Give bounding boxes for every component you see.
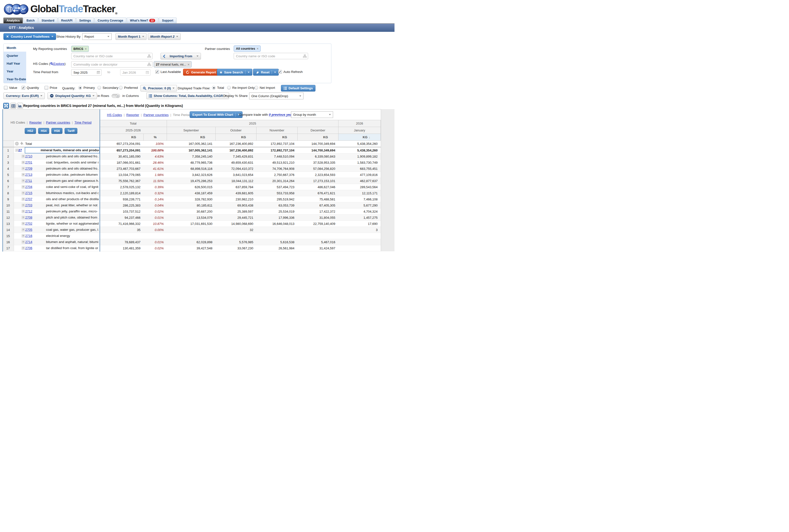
flow-net-import-radio[interactable] [254, 86, 258, 90]
period-tab-month[interactable]: Month [4, 44, 26, 52]
precision-button[interactable]: Precision: 0 (0) [140, 85, 177, 92]
period-tab-year[interactable]: Year [4, 67, 26, 75]
partner-country-chip[interactable]: All countries× [234, 45, 261, 52]
export-excel-button[interactable]: Export To Excel With Chart [190, 111, 243, 118]
tab-standard[interactable]: Standard [38, 18, 58, 23]
calendar-icon[interactable] [97, 71, 100, 74]
unit-header-cell[interactable]: KG [297, 134, 339, 141]
expand-toggle[interactable]: + [21, 234, 25, 238]
flow-reimport-radio[interactable] [227, 86, 231, 90]
reporting-country-chip[interactable]: BRICS× [71, 46, 89, 52]
rows-columns-toggle[interactable] [112, 94, 120, 98]
preferred-radio[interactable] [119, 86, 122, 90]
remove-chip-icon[interactable]: × [257, 47, 259, 51]
chevron-down-icon[interactable] [248, 72, 250, 73]
unit-header-cell[interactable]: KG [100, 134, 143, 141]
close-icon[interactable]: ✕ [6, 35, 9, 38]
hs-level-button-hs6[interactable]: HS6 [52, 128, 62, 134]
group-by-select[interactable]: Group by month [291, 111, 333, 118]
calendar-icon[interactable] [146, 71, 149, 74]
hs-code-link[interactable]: 2708 [25, 215, 32, 219]
hs-code-link[interactable]: 27 [18, 148, 22, 152]
period-tab-quarter[interactable]: Quarter [4, 52, 26, 59]
hs-code-link[interactable]: 2702 [25, 222, 32, 225]
generate-report-button[interactable]: Generate Report [183, 69, 219, 76]
expand-toggle[interactable]: + [21, 197, 25, 201]
default-settings-button[interactable]: Default Settings [281, 85, 315, 92]
month-report-2-button[interactable]: Month Report 2 [148, 33, 180, 40]
unit-header-cell[interactable]: KG↓ [339, 134, 381, 141]
unit-header-cell[interactable]: KG [256, 134, 297, 141]
hs-code-link[interactable]: 2703 [25, 203, 32, 207]
hs-code-link[interactable]: 2705 [25, 228, 32, 231]
quantity-checkbox[interactable]: ✓ [21, 86, 25, 90]
chart-view-button[interactable] [17, 103, 23, 109]
hs-code-link[interactable]: 2713 [25, 173, 32, 176]
expand-toggle[interactable]: + [21, 179, 25, 183]
hs-code-link[interactable]: 2711 [25, 179, 32, 183]
hs-code-link[interactable]: 2701 [25, 160, 32, 164]
period-tab-year-to-date[interactable]: Year-To-Date [4, 75, 26, 83]
collapse-toggle[interactable]: − [15, 149, 19, 152]
unit-header-cell[interactable]: KG [167, 134, 216, 141]
expand-toggle[interactable]: + [21, 240, 25, 244]
hs-code-link[interactable]: 2716 [25, 234, 32, 238]
show-columns-button[interactable]: Show Columns: Total, Data Availability, … [146, 93, 229, 99]
dimension-link-hs-codes[interactable]: HS Codes [107, 113, 122, 117]
expand-toggle[interactable]: + [21, 155, 25, 158]
hs-code-link[interactable]: 2712 [25, 209, 32, 213]
displayed-quantity-button[interactable]: Displayed Quantity: KG [47, 93, 97, 99]
period-tab-half-year[interactable]: Half Year [4, 59, 26, 67]
hs-code-chip[interactable]: 27 mineral fuels, mi...× [154, 61, 192, 68]
country-level-tradeflows-button[interactable]: ✕ Country Level Tradeflows [3, 33, 56, 40]
save-search-button[interactable]: ★ Save Search [217, 69, 252, 76]
reset-button[interactable]: Reset [253, 69, 279, 76]
expand-toggle[interactable]: + [21, 173, 25, 176]
expand-toggle[interactable]: + [21, 228, 25, 231]
tab-settings[interactable]: Settings [76, 18, 94, 23]
trade-direction-button[interactable]: Importing From [160, 53, 201, 59]
expand-toggle[interactable]: + [21, 204, 25, 207]
history-by-select[interactable]: Report [82, 33, 112, 40]
partner-country-input[interactable] [234, 53, 308, 59]
hierarchy-icon[interactable] [147, 63, 151, 66]
unit-header-cell[interactable]: KG [216, 134, 256, 141]
expand-toggle[interactable]: + [21, 216, 25, 219]
tab-what-s-new[interactable]: What's New?22 [127, 18, 158, 23]
expand-toggle[interactable]: + [21, 161, 25, 164]
explore-link[interactable]: Explore [53, 62, 64, 65]
tab-support[interactable]: Support [159, 18, 176, 23]
hs-code-link[interactable]: 2704 [25, 185, 32, 189]
primary-radio[interactable] [78, 86, 82, 90]
dimension-link-time-period[interactable]: Time Period [74, 121, 92, 124]
hs-level-button-hs2[interactable]: HS2 [25, 128, 36, 134]
reporting-country-input[interactable] [71, 53, 152, 59]
dimension-link-reporter[interactable]: Reporter [30, 121, 42, 124]
dimension-link-partner-countries[interactable]: Partner countries [46, 121, 70, 124]
tab-country-coverage[interactable]: Country Coverage [94, 18, 126, 23]
expand-toggle[interactable]: + [21, 246, 25, 250]
hierarchy-icon[interactable] [147, 54, 151, 58]
tab-analytics[interactable]: Analytics [3, 18, 23, 23]
column-mode-select[interactable]: One Column (Drag&Drop) [249, 93, 304, 99]
unit-header-cell[interactable]: % [143, 134, 167, 141]
expand-toggle[interactable]: + [21, 210, 25, 213]
dimension-link-reporter[interactable]: Reporter [126, 113, 139, 117]
hs-level-button-tariff[interactable]: Tariff [64, 128, 77, 134]
secondary-radio[interactable] [97, 86, 101, 90]
last-available-checkbox[interactable]: ✓ [155, 70, 159, 74]
price-checkbox[interactable] [44, 86, 48, 90]
value-checkbox[interactable] [4, 86, 7, 90]
commodity-input[interactable] [71, 61, 152, 68]
remove-chip-icon[interactable]: × [188, 63, 190, 66]
remove-chip-icon[interactable]: × [85, 47, 86, 51]
month-report-1-button[interactable]: Month Report 1 [116, 33, 147, 40]
hs-code-link[interactable]: 2714 [25, 240, 32, 244]
hs-code-link[interactable]: 2706 [25, 246, 32, 250]
hs-code-link[interactable]: 2709 [25, 167, 32, 170]
chevron-down-icon[interactable] [274, 72, 276, 73]
hs-code-link[interactable]: 2710 [25, 154, 32, 158]
dimension-link-partner-countries[interactable]: Partner countries [143, 113, 169, 117]
expand-toggle[interactable]: + [21, 222, 25, 225]
hierarchy-icon[interactable] [303, 54, 307, 58]
